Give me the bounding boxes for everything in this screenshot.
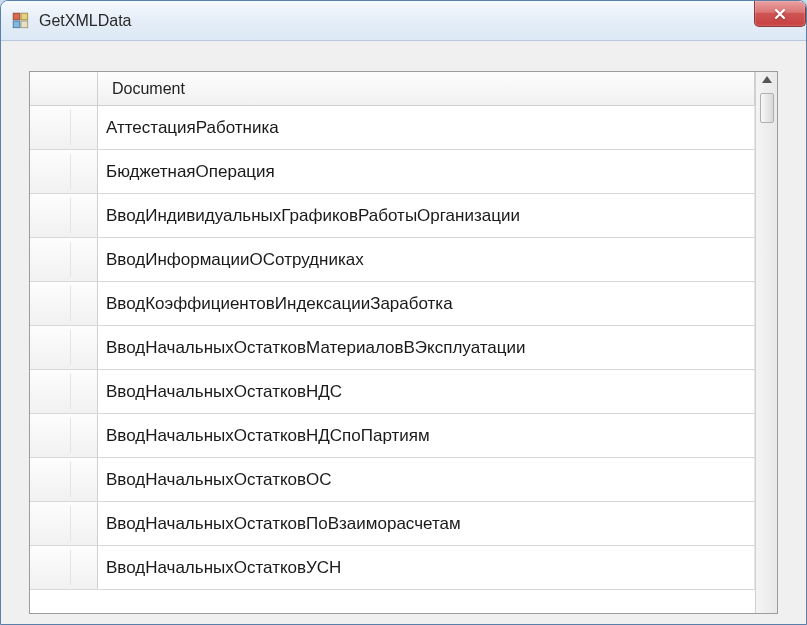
cell-document[interactable]: ВводНачальныхОстатковУСН: [98, 546, 755, 589]
cell-document[interactable]: ВводИндивидуальныхГрафиковРаботыОрганиза…: [98, 194, 755, 237]
row-header[interactable]: [30, 238, 98, 281]
vertical-scrollbar[interactable]: [755, 72, 777, 613]
cell-document[interactable]: ВводНачальныхОстатковОС: [98, 458, 755, 501]
row-header[interactable]: [30, 326, 98, 369]
row-header[interactable]: [30, 106, 98, 149]
grid-header-row: Document: [30, 72, 755, 106]
table-row[interactable]: ВводИндивидуальныхГрафиковРаботыОрганиза…: [30, 194, 755, 238]
cell-document[interactable]: АттестацияРаботника: [98, 106, 755, 149]
row-header[interactable]: [30, 458, 98, 501]
cell-document[interactable]: БюджетнаяОперация: [98, 150, 755, 193]
app-window: GetXMLData Document АттестацияРаботника: [0, 0, 807, 625]
table-row[interactable]: ВводИнформацииОСотрудниках: [30, 238, 755, 282]
title-bar[interactable]: GetXMLData: [1, 1, 806, 41]
cell-document[interactable]: ВводКоэффициентовИндексацииЗаработка: [98, 282, 755, 325]
svg-rect-2: [13, 21, 20, 28]
cell-document[interactable]: ВводИнформацииОСотрудниках: [98, 238, 755, 281]
row-header[interactable]: [30, 282, 98, 325]
row-header[interactable]: [30, 414, 98, 457]
close-button[interactable]: [754, 1, 806, 27]
scroll-thumb[interactable]: [760, 93, 774, 123]
grid-body: АттестацияРаботника БюджетнаяОперация Вв…: [30, 106, 755, 613]
close-icon: [773, 7, 787, 21]
window-title: GetXMLData: [39, 12, 802, 30]
table-row[interactable]: ВводНачальныхОстатковМатериаловВЭксплуат…: [30, 326, 755, 370]
table-row[interactable]: ВводНачальныхОстатковПоВзаиморасчетам: [30, 502, 755, 546]
table-row[interactable]: ВводНачальныхОстатковНДСпоПартиям: [30, 414, 755, 458]
client-area: Document АттестацияРаботника БюджетнаяОп…: [1, 41, 806, 624]
row-header[interactable]: [30, 502, 98, 545]
column-header-document[interactable]: Document: [98, 72, 755, 105]
cell-document[interactable]: ВводНачальныхОстатковМатериаловВЭксплуат…: [98, 326, 755, 369]
row-header[interactable]: [30, 370, 98, 413]
table-row[interactable]: АттестацияРаботника: [30, 106, 755, 150]
row-header[interactable]: [30, 546, 98, 589]
row-header[interactable]: [30, 150, 98, 193]
scroll-up-icon[interactable]: [762, 76, 772, 83]
table-row[interactable]: БюджетнаяОперация: [30, 150, 755, 194]
table-row[interactable]: ВводНачальныхОстатковНДС: [30, 370, 755, 414]
row-header[interactable]: [30, 194, 98, 237]
cell-document[interactable]: ВводНачальныхОстатковНДС: [98, 370, 755, 413]
table-row[interactable]: ВводНачальныхОстатковУСН: [30, 546, 755, 590]
table-row[interactable]: ВводНачальныхОстатковОС: [30, 458, 755, 502]
app-icon: [11, 11, 31, 31]
grid-corner[interactable]: [30, 72, 98, 105]
cell-document[interactable]: ВводНачальныхОстатковПоВзаиморасчетам: [98, 502, 755, 545]
data-grid[interactable]: Document АттестацияРаботника БюджетнаяОп…: [29, 71, 778, 614]
cell-document[interactable]: ВводНачальныхОстатковНДСпоПартиям: [98, 414, 755, 457]
grid-main: Document АттестацияРаботника БюджетнаяОп…: [30, 72, 755, 613]
svg-rect-0: [13, 13, 20, 20]
svg-rect-3: [21, 21, 28, 28]
table-row[interactable]: ВводКоэффициентовИндексацииЗаработка: [30, 282, 755, 326]
svg-rect-1: [21, 13, 28, 20]
